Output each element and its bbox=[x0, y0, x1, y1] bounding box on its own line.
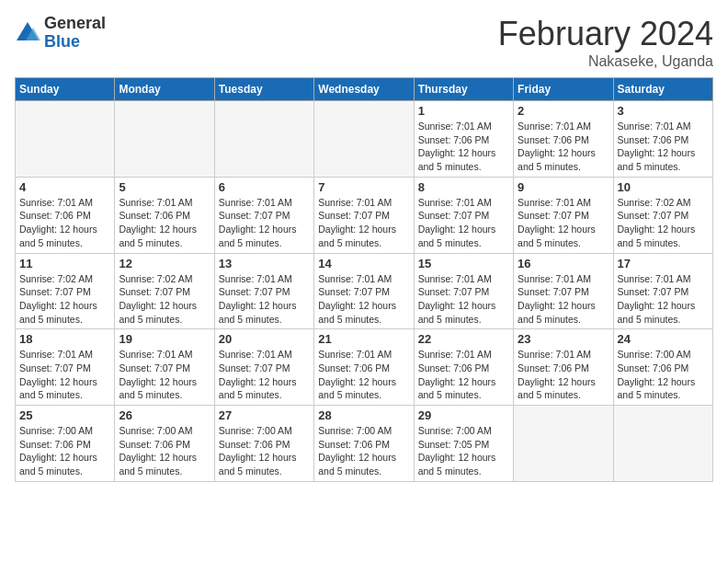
calendar-cell: 26Sunrise: 7:00 AM Sunset: 7:06 PM Dayli… bbox=[115, 406, 214, 482]
calendar-cell: 24Sunrise: 7:00 AM Sunset: 7:06 PM Dayli… bbox=[613, 329, 712, 406]
day-number: 10 bbox=[618, 180, 709, 194]
logo-blue: Blue bbox=[44, 32, 80, 51]
day-info: Sunrise: 7:01 AM Sunset: 7:07 PM Dayligh… bbox=[418, 196, 509, 250]
day-number: 16 bbox=[518, 257, 609, 270]
day-info: Sunrise: 7:02 AM Sunset: 7:07 PM Dayligh… bbox=[119, 272, 210, 327]
day-number: 21 bbox=[318, 332, 409, 346]
calendar-cell: 23Sunrise: 7:01 AM Sunset: 7:06 PM Dayli… bbox=[514, 329, 613, 406]
calendar-cell: 3Sunrise: 7:01 AM Sunset: 7:06 PM Daylig… bbox=[613, 101, 712, 178]
calendar-cell: 13Sunrise: 7:01 AM Sunset: 7:07 PM Dayli… bbox=[214, 253, 313, 329]
day-info: Sunrise: 7:00 AM Sunset: 7:06 PM Dayligh… bbox=[119, 424, 210, 478]
calendar-cell bbox=[514, 406, 613, 482]
day-number: 23 bbox=[518, 332, 609, 346]
day-info: Sunrise: 7:01 AM Sunset: 7:07 PM Dayligh… bbox=[318, 196, 409, 250]
day-of-week-header: Friday bbox=[514, 78, 613, 101]
day-number: 7 bbox=[318, 180, 409, 194]
calendar-cell: 2Sunrise: 7:01 AM Sunset: 7:06 PM Daylig… bbox=[514, 101, 613, 178]
calendar-cell: 29Sunrise: 7:00 AM Sunset: 7:05 PM Dayli… bbox=[414, 406, 513, 482]
day-info: Sunrise: 7:01 AM Sunset: 7:06 PM Dayligh… bbox=[418, 120, 509, 174]
calendar-cell: 15Sunrise: 7:01 AM Sunset: 7:07 PM Dayli… bbox=[414, 253, 513, 329]
day-info: Sunrise: 7:01 AM Sunset: 7:07 PM Dayligh… bbox=[19, 348, 110, 402]
day-number: 11 bbox=[19, 257, 110, 270]
day-info: Sunrise: 7:01 AM Sunset: 7:06 PM Dayligh… bbox=[518, 120, 609, 174]
day-number: 9 bbox=[518, 180, 609, 194]
day-info: Sunrise: 7:01 AM Sunset: 7:07 PM Dayligh… bbox=[119, 348, 210, 402]
day-number: 22 bbox=[418, 332, 509, 346]
calendar-cell bbox=[115, 101, 214, 178]
calendar-cell: 7Sunrise: 7:01 AM Sunset: 7:07 PM Daylig… bbox=[314, 177, 414, 253]
calendar-cell: 22Sunrise: 7:01 AM Sunset: 7:06 PM Dayli… bbox=[414, 329, 513, 406]
calendar-cell: 25Sunrise: 7:00 AM Sunset: 7:06 PM Dayli… bbox=[16, 406, 115, 482]
calendar-cell: 8Sunrise: 7:01 AM Sunset: 7:07 PM Daylig… bbox=[414, 177, 513, 253]
day-of-week-header: Thursday bbox=[414, 78, 513, 101]
day-number: 4 bbox=[19, 180, 110, 194]
calendar-cell: 10Sunrise: 7:02 AM Sunset: 7:07 PM Dayli… bbox=[613, 177, 712, 253]
calendar-table: SundayMondayTuesdayWednesdayThursdayFrid… bbox=[15, 77, 713, 482]
calendar-cell bbox=[613, 406, 712, 482]
calendar-cell: 18Sunrise: 7:01 AM Sunset: 7:07 PM Dayli… bbox=[16, 329, 115, 406]
day-info: Sunrise: 7:01 AM Sunset: 7:06 PM Dayligh… bbox=[418, 348, 509, 402]
calendar-cell: 11Sunrise: 7:02 AM Sunset: 7:07 PM Dayli… bbox=[16, 253, 115, 329]
day-info: Sunrise: 7:01 AM Sunset: 7:07 PM Dayligh… bbox=[318, 272, 409, 327]
day-number: 8 bbox=[418, 180, 509, 194]
calendar-cell: 20Sunrise: 7:01 AM Sunset: 7:07 PM Dayli… bbox=[214, 329, 313, 406]
day-number: 27 bbox=[219, 408, 310, 422]
calendar-cell: 14Sunrise: 7:01 AM Sunset: 7:07 PM Dayli… bbox=[314, 253, 414, 329]
day-number: 5 bbox=[119, 180, 210, 194]
day-number: 24 bbox=[618, 332, 709, 346]
calendar-cell: 21Sunrise: 7:01 AM Sunset: 7:06 PM Dayli… bbox=[314, 329, 414, 406]
calendar-week-row: 4Sunrise: 7:01 AM Sunset: 7:06 PM Daylig… bbox=[16, 177, 713, 253]
day-info: Sunrise: 7:00 AM Sunset: 7:06 PM Dayligh… bbox=[618, 348, 709, 402]
calendar-cell: 6Sunrise: 7:01 AM Sunset: 7:07 PM Daylig… bbox=[214, 177, 313, 253]
day-info: Sunrise: 7:01 AM Sunset: 7:07 PM Dayligh… bbox=[518, 196, 609, 250]
day-info: Sunrise: 7:01 AM Sunset: 7:07 PM Dayligh… bbox=[219, 272, 310, 327]
calendar-cell: 9Sunrise: 7:01 AM Sunset: 7:07 PM Daylig… bbox=[514, 177, 613, 253]
day-number: 15 bbox=[418, 257, 509, 270]
day-info: Sunrise: 7:01 AM Sunset: 7:06 PM Dayligh… bbox=[119, 196, 210, 250]
day-number: 28 bbox=[318, 408, 409, 422]
day-number: 25 bbox=[19, 408, 110, 422]
day-info: Sunrise: 7:00 AM Sunset: 7:05 PM Dayligh… bbox=[418, 424, 509, 478]
calendar-cell: 19Sunrise: 7:01 AM Sunset: 7:07 PM Dayli… bbox=[115, 329, 214, 406]
day-number: 18 bbox=[19, 332, 110, 346]
calendar-cell bbox=[214, 101, 313, 178]
day-of-week-header: Saturday bbox=[613, 78, 712, 101]
day-info: Sunrise: 7:01 AM Sunset: 7:07 PM Dayligh… bbox=[518, 272, 609, 327]
day-info: Sunrise: 7:02 AM Sunset: 7:07 PM Dayligh… bbox=[19, 272, 110, 327]
day-number: 3 bbox=[618, 104, 709, 118]
day-info: Sunrise: 7:01 AM Sunset: 7:06 PM Dayligh… bbox=[19, 196, 110, 250]
day-info: Sunrise: 7:02 AM Sunset: 7:07 PM Dayligh… bbox=[618, 196, 709, 250]
calendar-cell: 4Sunrise: 7:01 AM Sunset: 7:06 PM Daylig… bbox=[16, 177, 115, 253]
day-info: Sunrise: 7:01 AM Sunset: 7:07 PM Dayligh… bbox=[219, 348, 310, 402]
calendar-week-row: 11Sunrise: 7:02 AM Sunset: 7:07 PM Dayli… bbox=[16, 253, 713, 329]
day-number: 1 bbox=[418, 104, 509, 118]
day-info: Sunrise: 7:01 AM Sunset: 7:06 PM Dayligh… bbox=[518, 348, 609, 402]
day-number: 17 bbox=[618, 257, 709, 270]
day-info: Sunrise: 7:01 AM Sunset: 7:06 PM Dayligh… bbox=[318, 348, 409, 402]
day-info: Sunrise: 7:01 AM Sunset: 7:07 PM Dayligh… bbox=[219, 196, 310, 250]
day-number: 13 bbox=[219, 257, 310, 270]
day-of-week-header: Tuesday bbox=[214, 78, 313, 101]
day-info: Sunrise: 7:00 AM Sunset: 7:06 PM Dayligh… bbox=[318, 424, 409, 478]
day-number: 14 bbox=[318, 257, 409, 270]
day-number: 29 bbox=[418, 408, 509, 422]
day-info: Sunrise: 7:00 AM Sunset: 7:06 PM Dayligh… bbox=[219, 424, 310, 478]
day-info: Sunrise: 7:01 AM Sunset: 7:07 PM Dayligh… bbox=[618, 272, 709, 327]
calendar-cell: 12Sunrise: 7:02 AM Sunset: 7:07 PM Dayli… bbox=[115, 253, 214, 329]
title-block: February 2024 Nakaseke, Uganda bbox=[498, 15, 713, 70]
page-header: General Blue February 2024 Nakaseke, Uga… bbox=[15, 15, 713, 70]
day-number: 2 bbox=[518, 104, 609, 118]
logo: General Blue bbox=[15, 15, 106, 52]
day-of-week-header: Monday bbox=[115, 78, 214, 101]
calendar-header-row: SundayMondayTuesdayWednesdayThursdayFrid… bbox=[16, 78, 713, 101]
calendar-cell: 17Sunrise: 7:01 AM Sunset: 7:07 PM Dayli… bbox=[613, 253, 712, 329]
logo-icon bbox=[15, 20, 40, 46]
calendar-cell bbox=[16, 101, 115, 178]
day-number: 20 bbox=[219, 332, 310, 346]
calendar-week-row: 1Sunrise: 7:01 AM Sunset: 7:06 PM Daylig… bbox=[16, 101, 713, 178]
logo-text: General Blue bbox=[44, 15, 106, 52]
day-info: Sunrise: 7:01 AM Sunset: 7:07 PM Dayligh… bbox=[418, 272, 509, 327]
calendar-cell: 28Sunrise: 7:00 AM Sunset: 7:06 PM Dayli… bbox=[314, 406, 414, 482]
calendar-cell bbox=[314, 101, 414, 178]
day-of-week-header: Wednesday bbox=[314, 78, 414, 101]
